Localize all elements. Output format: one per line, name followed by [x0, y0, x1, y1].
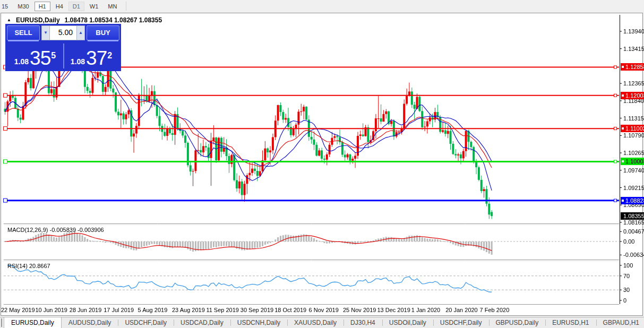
tab-xauusd-daily[interactable]: XAUUSD,Daily: [287, 317, 344, 328]
tab-audusd-daily[interactable]: AUDUSD,Daily: [62, 317, 118, 328]
date-label: 11 Sep 2019: [206, 307, 239, 313]
sell-price-big: 35: [30, 49, 50, 67]
rsi-axis-tick: 70: [623, 273, 630, 280]
chart-ohlc-values: 1.08478 1.08534 1.08267 1.08355: [65, 16, 162, 24]
sell-button[interactable]: SELL: [7, 25, 40, 40]
tab-usdoil-daily[interactable]: USDOil,Daily: [382, 317, 433, 328]
timeframe-button-W1[interactable]: W1: [85, 2, 103, 11]
tab-usdcad-daily[interactable]: USDCAD,Daily: [174, 317, 230, 328]
buy-price-big: 37: [86, 49, 107, 67]
collapse-triangle-icon[interactable]: ▲: [7, 18, 11, 23]
tab-usdchf-daily[interactable]: USDCHF,Daily: [433, 317, 489, 328]
date-label: 17 Jul 2019: [104, 307, 134, 313]
price-axis-tick: 1.11315: [623, 115, 644, 122]
timeframe-button-MN[interactable]: MN: [104, 2, 121, 11]
date-label: 10 Jun 2019: [35, 307, 67, 313]
date-label: 7 Feb 2020: [480, 307, 510, 313]
date-label: 25 Nov 2019: [343, 307, 376, 313]
timeframe-button-15[interactable]: 15: [0, 2, 12, 11]
date-label: 20 Jan 2020: [445, 307, 478, 313]
price-axis-tick: 1.13940: [623, 28, 644, 35]
chart-symbol-label: EURUSD,Daily: [16, 16, 60, 24]
price-level-tag[interactable]: 1.10003: [621, 158, 644, 165]
one-click-trading-panel: SELL ▼ 5.00 ▲ BUY 1.08 35 5 1.08 37 2: [5, 24, 121, 71]
date-label: 13 Dec 2019: [377, 307, 410, 313]
date-label: 23 Aug 2019: [172, 307, 205, 313]
tab-eurusd-daily[interactable]: EURUSD,Daily: [4, 317, 62, 328]
timeframe-button-H4[interactable]: H4: [51, 2, 67, 11]
date-label: 5 Aug 2019: [138, 307, 168, 313]
price-axis-tick: 1.10265: [623, 150, 644, 157]
volume-down-icon[interactable]: ▼: [41, 25, 50, 40]
buy-price[interactable]: 1.08 37 2: [63, 42, 119, 70]
chart-title: ▲ EURUSD,Daily 1.08478 1.08534 1.08267 1…: [7, 16, 162, 24]
tabbar-grip[interactable]: [1, 318, 2, 327]
rsi-axis-tick: 0: [623, 297, 626, 304]
buy-price-prefix: 1.08: [71, 56, 85, 67]
macd-axis-tick: 0.00: [623, 238, 634, 245]
price-level-tag[interactable]: 1.12858: [621, 63, 644, 71]
rsi-axis-tick: 30: [623, 287, 630, 294]
price-axis-tick: 1.08165: [623, 219, 644, 226]
date-label: 22 May 2019: [1, 307, 35, 313]
sell-price-prefix: 1.08: [14, 56, 29, 67]
price-axis-tick: 1.13415: [623, 46, 644, 53]
sell-price-sup: 5: [51, 52, 56, 59]
buy-button[interactable]: BUY: [87, 25, 119, 40]
timeframe-button-D1[interactable]: D1: [68, 2, 84, 11]
macd-axis-tick: 0.004679: [623, 228, 644, 235]
price-axis-tick: 1.12365: [623, 80, 644, 87]
tab-gbpusd-daily[interactable]: GBPUSD,Daily: [489, 317, 546, 328]
volume-stepper: ▼ 5.00 ▲: [41, 25, 85, 40]
tab-usdchf-daily[interactable]: USDCHF,Daily: [118, 317, 174, 328]
price-level-tag[interactable]: 1.08828: [621, 197, 644, 204]
chart-tab-bar: EURUSD,DailyAUDUSD,DailyUSDCHF,DailyUSDC…: [0, 317, 644, 328]
buy-price-sup: 2: [107, 52, 112, 59]
macd-label: MACD(12,26,9) -0.005839 -0.003906: [7, 227, 104, 233]
volume-up-icon[interactable]: ▲: [76, 25, 85, 40]
rsi-label: RSI(14) 20.8667: [7, 263, 50, 269]
timeframe-button-M30[interactable]: M30: [13, 2, 33, 11]
sell-price[interactable]: 1.08 35 5: [7, 42, 63, 70]
date-label: 6 Nov 2019: [309, 307, 339, 313]
timeframe-toolbar: 15M30H1H4D1W1MN: [0, 0, 644, 12]
volume-field[interactable]: 5.00: [50, 25, 76, 40]
price-axis-tick: 1.09215: [623, 185, 644, 192]
current-price-tag: 1.08355: [621, 212, 644, 220]
tab-gbpaud-h1[interactable]: GBPAUD,H1: [596, 317, 644, 328]
date-label: 1 Jan 2020: [411, 307, 440, 313]
macd-axis-tick: -0.00634: [623, 252, 644, 258]
price-level-tag[interactable]: 1.12003: [621, 92, 644, 99]
price-level-tag[interactable]: 1.11002: [621, 125, 644, 132]
date-label: 28 Jun 2019: [70, 307, 102, 313]
date-label: 30 Sep 2019: [241, 307, 273, 313]
tab-usdcnh-daily[interactable]: USDCNH,Daily: [230, 317, 287, 328]
tab-dj30-h4[interactable]: DJ30,H4: [344, 317, 382, 328]
timeframe-button-H1[interactable]: H1: [35, 2, 50, 11]
price-axis-tick: 1.10790: [623, 132, 644, 139]
date-label: 18 Oct 2019: [274, 307, 306, 313]
toolbar-separator: [126, 2, 126, 11]
tab-eurusd-h1[interactable]: EURUSD,H1: [545, 317, 596, 328]
price-axis-tick: 1.09740: [623, 167, 644, 174]
rsi-axis-tick: 100: [623, 262, 633, 269]
